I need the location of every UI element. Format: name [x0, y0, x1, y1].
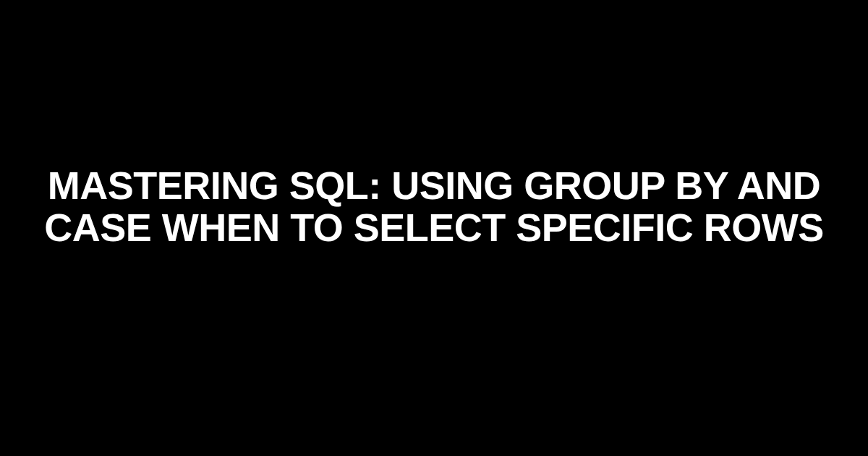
page-title: Mastering SQL: Using GROUP BY and CASE W…	[0, 164, 868, 249]
